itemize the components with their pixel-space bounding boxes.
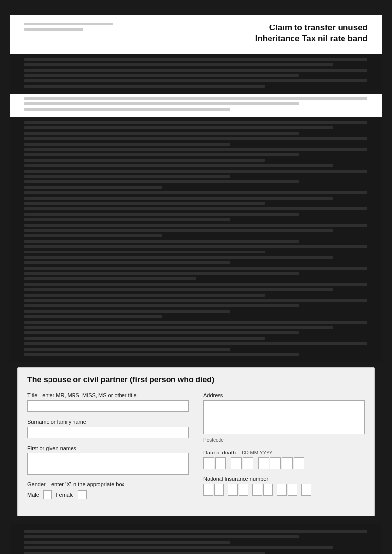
ni-box-8[interactable]	[288, 484, 297, 496]
bottom-line	[24, 546, 333, 549]
ni-box-7[interactable]	[277, 484, 287, 496]
body-line	[24, 331, 299, 334]
body-line	[24, 63, 333, 66]
document-header: Claim to transfer unused Inheritance Tax…	[10, 15, 382, 54]
bottom-line	[24, 552, 265, 554]
top-margin	[0, 0, 392, 15]
form-wrapper: The spouse or civil partner (first perso…	[10, 367, 382, 516]
body-line	[24, 202, 265, 205]
body-line	[24, 175, 230, 178]
address-wrapper: Postcode	[203, 400, 365, 443]
body-line	[24, 277, 196, 280]
body-line	[24, 218, 230, 221]
ni-box-5[interactable]	[252, 484, 262, 496]
date-box-m1[interactable]	[231, 457, 242, 469]
header-row: Claim to transfer unused Inheritance Tax…	[24, 23, 368, 49]
body-line	[24, 315, 162, 318]
body-line	[24, 337, 265, 340]
male-checkbox[interactable]	[43, 490, 52, 499]
body-line	[24, 143, 230, 146]
date-box-y2[interactable]	[270, 457, 281, 469]
content-line	[24, 97, 368, 100]
body-line	[24, 126, 333, 129]
header-left-line2	[24, 28, 83, 31]
spouse-form-section: The spouse or civil partner (first perso…	[17, 367, 375, 516]
date-box-y3[interactable]	[282, 457, 293, 469]
body-line	[24, 267, 368, 270]
body-line	[24, 261, 230, 264]
date-of-death-boxes	[203, 457, 365, 469]
female-checkbox[interactable]	[78, 490, 87, 499]
body-line	[24, 153, 299, 156]
ni-number-field-group: National Insurance number	[203, 476, 365, 496]
form-columns: Title - enter MR, MRS, MISS, MS or other…	[27, 392, 365, 506]
ni-box-1[interactable]	[203, 484, 213, 496]
body-line	[24, 288, 333, 291]
body-line	[24, 326, 333, 329]
surname-field-group: Surname or family name	[27, 419, 189, 438]
form-right-column: Address Postcode Date of death DD MM YYY…	[203, 392, 365, 506]
body-line	[24, 186, 162, 189]
surname-input[interactable]	[27, 427, 189, 438]
body-text-block-1	[10, 54, 382, 94]
header-left-line1	[24, 23, 113, 25]
ni-box-4[interactable]	[239, 484, 248, 496]
body-line	[24, 321, 368, 324]
body-line	[24, 132, 299, 135]
body-line	[24, 304, 299, 307]
title-input[interactable]	[27, 400, 189, 412]
given-names-input[interactable]	[27, 453, 189, 475]
gender-label: Gender – enter 'X' in the appropriate bo…	[27, 481, 189, 487]
body-line	[24, 159, 265, 162]
body-line	[24, 342, 368, 345]
title-line2: Inheritance Tax nil rate band	[255, 34, 368, 43]
bottom-dark-block	[10, 524, 382, 554]
body-line	[24, 299, 368, 302]
body-line	[24, 197, 333, 200]
body-line	[24, 224, 368, 227]
given-names-field-group: First or given names	[27, 445, 189, 475]
ni-box-2[interactable]	[214, 484, 224, 496]
date-box-y4[interactable]	[294, 457, 304, 469]
body-line	[24, 137, 368, 140]
postcode-label: Postcode	[203, 437, 365, 443]
body-line	[24, 256, 333, 259]
body-line	[24, 170, 368, 173]
body-line	[24, 310, 230, 313]
title-line1: Claim to transfer unused	[270, 23, 368, 32]
body-line	[24, 213, 299, 216]
title-field-group: Title - enter MR, MRS, MISS, MS or other…	[27, 392, 189, 412]
title-text: Claim to transfer unused Inheritance Tax…	[255, 23, 368, 44]
date-box-d1[interactable]	[203, 457, 214, 469]
date-box-m2[interactable]	[243, 457, 253, 469]
body-line	[24, 353, 299, 356]
female-label: Female	[56, 492, 74, 498]
body-line	[24, 234, 162, 237]
date-box-d2[interactable]	[215, 457, 226, 469]
body-line	[24, 348, 230, 351]
body-line	[24, 240, 299, 243]
body-line	[24, 79, 368, 82]
body-line	[24, 229, 333, 232]
body-line	[24, 207, 368, 210]
address-input[interactable]	[203, 400, 365, 434]
body-line	[24, 121, 368, 124]
ni-number-boxes	[203, 484, 365, 496]
ni-box-6[interactable]	[263, 484, 273, 496]
ni-box-3[interactable]	[228, 484, 238, 496]
address-field-group: Address Postcode	[203, 392, 365, 443]
body-line	[24, 294, 265, 297]
form-section-title: The spouse or civil partner (first perso…	[27, 376, 365, 384]
content-block-1	[10, 94, 382, 117]
date-format: DD MM YYYY	[242, 450, 272, 455]
body-line	[24, 272, 299, 275]
bottom-line	[24, 530, 368, 533]
header-title: Claim to transfer unused Inheritance Tax…	[255, 23, 368, 49]
body-line	[24, 251, 265, 253]
address-label: Address	[203, 392, 365, 398]
date-box-y1[interactable]	[258, 457, 269, 469]
title-label: Title - enter MR, MRS, MISS, MS or other…	[27, 392, 189, 398]
ni-box-9[interactable]	[301, 484, 311, 496]
body-line	[24, 58, 368, 61]
gender-field-group: Gender – enter 'X' in the appropriate bo…	[27, 481, 189, 499]
